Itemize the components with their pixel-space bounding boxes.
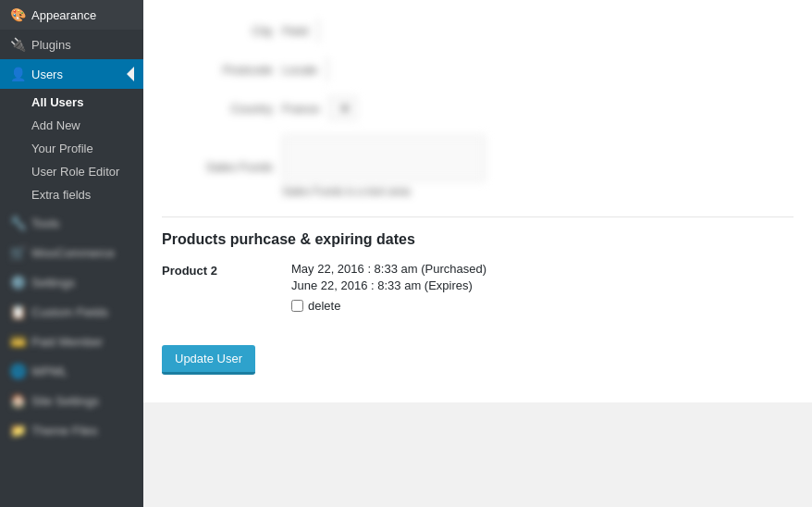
sales-funds-row: Sales Funds Sales Funds is a text area bbox=[162, 135, 794, 198]
wpml-icon: 🌐 bbox=[9, 364, 26, 378]
plugins-icon: 🔌 bbox=[9, 37, 26, 52]
delete-checkbox[interactable] bbox=[291, 300, 303, 312]
sidebar-item-theme-files: 📁 Theme Files bbox=[0, 415, 143, 445]
sidebar-item-wpml: 🌐 WPML bbox=[0, 356, 143, 386]
woo-icon: 🛒 bbox=[9, 245, 26, 260]
postcode-input bbox=[326, 57, 328, 81]
products-section-title: Products purhcase & expiring dates bbox=[162, 216, 794, 248]
appearance-icon: 🎨 bbox=[9, 7, 26, 22]
paid-member-icon: 💳 bbox=[9, 334, 26, 349]
active-arrow bbox=[127, 67, 134, 81]
postcode-row: Postcode Locale bbox=[162, 57, 794, 81]
postcode-label: Postcode bbox=[162, 63, 273, 77]
city-row: City Field bbox=[162, 19, 794, 43]
sales-funds-textarea bbox=[282, 135, 486, 181]
sidebar-item-appearance[interactable]: 🎨 Appearance bbox=[0, 0, 143, 30]
users-icon: 👤 bbox=[9, 67, 26, 81]
sidebar-item-paid-member: 💳 Paid Member bbox=[0, 327, 143, 356]
country-row: Country France ▼ bbox=[162, 96, 794, 120]
blurred-menu-items: 🔧 Tools 🛒 WooCommerce ⚙️ Settings 📋 Cust… bbox=[0, 208, 143, 445]
country-select: ▼ bbox=[328, 96, 357, 120]
sidebar-item-woocommerce: 🛒 WooCommerce bbox=[0, 238, 143, 267]
purchased-date: May 22, 2016 : 8:33 am (Purchased) bbox=[291, 262, 486, 276]
sidebar-item-users[interactable]: 👤 Users bbox=[0, 59, 143, 89]
site-settings-icon: 🏠 bbox=[9, 393, 26, 408]
submenu-user-role-editor[interactable]: User Role Editor bbox=[0, 160, 143, 183]
users-submenu: All Users Add New Your Profile User Role… bbox=[0, 89, 143, 208]
settings-icon: ⚙️ bbox=[9, 275, 26, 290]
product2-dates: May 22, 2016 : 8:33 am (Purchased) June … bbox=[291, 262, 486, 313]
sidebar-item-site-settings: 🏠 Site Settings bbox=[0, 386, 143, 415]
expires-date: June 22, 2016 : 8:33 am (Expires) bbox=[291, 278, 486, 292]
sales-funds-label: Sales Funds bbox=[162, 160, 273, 174]
product2-label: Product 2 bbox=[162, 262, 273, 278]
main-content: City Field Postcode Locale Country Franc… bbox=[143, 0, 812, 507]
sidebar-item-label: Appearance bbox=[31, 8, 96, 22]
sales-funds-note: Sales Funds is a text area bbox=[282, 185, 486, 198]
theme-files-icon: 📁 bbox=[9, 423, 26, 438]
country-label: Country bbox=[162, 102, 273, 116]
sidebar-item-label: Plugins bbox=[31, 38, 71, 52]
field-label: Field bbox=[282, 24, 308, 38]
delete-row: delete bbox=[291, 299, 486, 313]
city-input bbox=[317, 19, 319, 43]
submenu-extra-fields[interactable]: Extra fields bbox=[0, 183, 143, 206]
locale-label: Locale bbox=[282, 63, 317, 77]
city-label: City bbox=[162, 24, 273, 38]
update-user-button[interactable]: Update User bbox=[162, 345, 255, 375]
delete-label: delete bbox=[308, 299, 340, 313]
sidebar-item-settings: ⚙️ Settings bbox=[0, 267, 143, 297]
product2-row: Product 2 May 22, 2016 : 8:33 am (Purcha… bbox=[162, 262, 794, 313]
sidebar: 🎨 Appearance 🔌 Plugins 👤 Users All Users… bbox=[0, 0, 143, 507]
france-label: France bbox=[282, 102, 319, 116]
sidebar-item-label: Users bbox=[31, 68, 63, 81]
submenu-add-new[interactable]: Add New bbox=[0, 114, 143, 137]
content-area: City Field Postcode Locale Country Franc… bbox=[143, 0, 812, 402]
sidebar-item-plugins[interactable]: 🔌 Plugins bbox=[0, 30, 143, 59]
tools-icon: 🔧 bbox=[9, 216, 26, 230]
sidebar-item-tools: 🔧 Tools bbox=[0, 208, 143, 238]
submenu-your-profile[interactable]: Your Profile bbox=[0, 137, 143, 160]
blurred-form-section: City Field Postcode Locale Country Franc… bbox=[162, 19, 794, 198]
submenu-all-users[interactable]: All Users bbox=[0, 91, 143, 114]
custom-fields-icon: 📋 bbox=[9, 304, 26, 319]
sidebar-item-custom-fields: 📋 Custom Fields bbox=[0, 297, 143, 327]
